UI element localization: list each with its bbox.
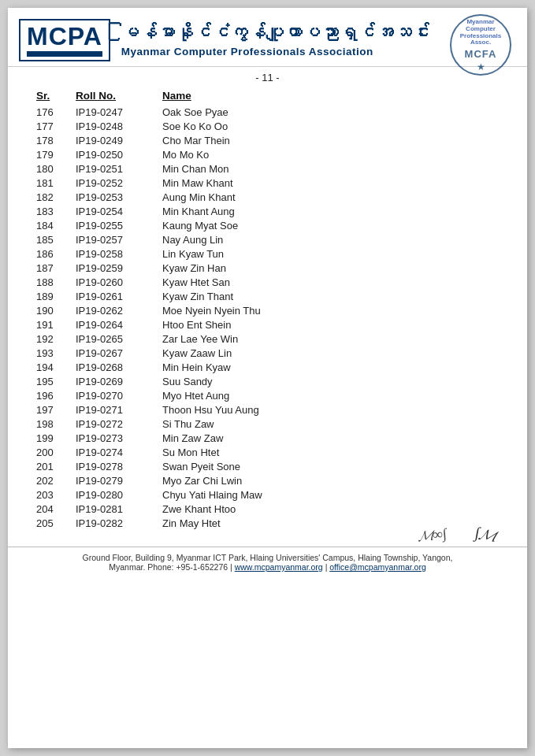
cell-sr: 191 [32, 317, 71, 332]
cell-name: Htoo Ent Shein [158, 317, 503, 332]
table-row: 180IP19-0251Min Chan Mon [32, 161, 503, 176]
stamp-inner: MCFA [465, 48, 497, 60]
cell-name: Min Khant Aung [158, 204, 503, 218]
cell-roll: IP19-0259 [71, 261, 158, 275]
cell-roll: IP19-0268 [71, 360, 158, 374]
cell-sr: 196 [32, 388, 71, 402]
cell-sr: 194 [32, 360, 71, 374]
cell-roll: IP19-0253 [71, 190, 158, 204]
cell-sr: 201 [32, 459, 71, 473]
table-row: 199IP19-0273Min Zaw Zaw [32, 431, 503, 445]
table-row: 193IP19-0267Kyaw Zaaw Lin [32, 346, 503, 360]
stamp-circle: MyanmarComputerProfessionalsAssoc. MCFA … [450, 14, 511, 76]
cell-sr: 204 [32, 502, 71, 516]
cell-roll: IP19-0279 [71, 473, 158, 487]
cell-name: Nay Aung Lin [158, 232, 503, 246]
table-row: 197IP19-0271Thoon Hsu Yuu Aung [32, 402, 503, 417]
cell-roll: IP19-0261 [71, 289, 158, 303]
cell-name: Kaung Myat Soe [158, 218, 503, 232]
cell-sr: 183 [32, 204, 71, 218]
cell-roll: IP19-0264 [71, 317, 158, 332]
table-row: 200IP19-0274Su Mon Htet [32, 445, 503, 459]
table-row: 191IP19-0264Htoo Ent Shein [32, 317, 503, 332]
cell-sr: 178 [32, 133, 71, 147]
cell-name: Si Thu Zaw [158, 417, 503, 431]
footer-link-web[interactable]: www.mcpamyanmar.org [235, 562, 323, 572]
cell-name: Su Mon Htet [158, 445, 503, 459]
signature-2: ∫𝓜 [474, 524, 497, 545]
cell-roll: IP19-0270 [71, 388, 158, 402]
cell-sr: 192 [32, 332, 71, 346]
logo-text: MCPA [27, 24, 102, 49]
cell-name: Min Chan Mon [158, 161, 503, 176]
cell-name: Zar Lae Yee Win [158, 332, 503, 346]
cell-name: Kyaw Zin Thant [158, 289, 503, 303]
cell-name: Soe Ko Ko Oo [158, 119, 503, 133]
table-row: 178IP19-0249Cho Mar Thein [32, 133, 503, 147]
content: Sr. Roll No. Name 176IP19-0247Oak Soe Py… [8, 85, 527, 538]
cell-roll: IP19-0273 [71, 431, 158, 445]
cell-sr: 185 [32, 232, 71, 246]
cell-sr: 203 [32, 487, 71, 502]
cell-sr: 177 [32, 119, 71, 133]
page: MCPA မြန်မာနိုင်ငံကွန်ပျူတာပညာရှင်အသင်း … [8, 8, 527, 748]
logo-blue-bar [27, 51, 102, 57]
cell-sr: 199 [32, 431, 71, 445]
cell-roll: IP19-0254 [71, 204, 158, 218]
table-row: 190IP19-0262Moe Nyein Nyein Thu [32, 303, 503, 317]
cell-sr: 189 [32, 289, 71, 303]
logo-box: MCPA [19, 19, 110, 61]
cell-sr: 180 [32, 161, 71, 176]
table-row: 185IP19-0257Nay Aung Lin [32, 232, 503, 246]
cell-name: Mo Mo Ko [158, 147, 503, 161]
cell-name: Kyaw Zaaw Lin [158, 346, 503, 360]
cell-sr: 186 [32, 246, 71, 261]
cell-sr: 181 [32, 176, 71, 190]
cell-name: Min Hein Kyaw [158, 360, 503, 374]
cell-name: Lin Kyaw Tun [158, 246, 503, 261]
cell-name: Moe Nyein Nyein Thu [158, 303, 503, 317]
cell-roll: IP19-0255 [71, 218, 158, 232]
cell-name: Swan Pyeit Sone [158, 459, 503, 473]
table-header-row: Sr. Roll No. Name [32, 88, 503, 105]
cell-sr: 176 [32, 105, 71, 119]
cell-roll: IP19-0267 [71, 346, 158, 360]
cell-roll: IP19-0280 [71, 487, 158, 502]
cell-name: Cho Mar Thein [158, 133, 503, 147]
cell-sr: 197 [32, 402, 71, 417]
table-row: 203IP19-0280Chyu Yati Hlaing Maw [32, 487, 503, 502]
cell-roll: IP19-0281 [71, 502, 158, 516]
cell-name: Suu Sandy [158, 374, 503, 388]
table-row: 181IP19-0252Min Maw Khant [32, 176, 503, 190]
cell-roll: IP19-0257 [71, 232, 158, 246]
cell-roll: IP19-0252 [71, 176, 158, 190]
stamp-star: ★ [477, 61, 485, 72]
table-row: 204IP19-0281Zwe Khant Htoo [32, 502, 503, 516]
cell-name: Kyaw Zin Han [158, 261, 503, 275]
cell-name: Oak Soe Pyae [158, 105, 503, 119]
cell-roll: IP19-0271 [71, 402, 158, 417]
cell-roll: IP19-0258 [71, 246, 158, 261]
cell-roll: IP19-0248 [71, 119, 158, 133]
cell-name: Zwe Khant Htoo [158, 502, 503, 516]
cell-sr: 179 [32, 147, 71, 161]
table-row: 177IP19-0248Soe Ko Ko Oo [32, 119, 503, 133]
cell-name: Myo Zar Chi Lwin [158, 473, 503, 487]
cell-roll: IP19-0262 [71, 303, 158, 317]
cell-sr: 188 [32, 275, 71, 289]
table-row: 184IP19-0255Kaung Myat Soe [32, 218, 503, 232]
cell-name: Myo Htet Aung [158, 388, 503, 402]
stamp-area: MyanmarComputerProfessionalsAssoc. MCFA … [450, 14, 513, 77]
table-row: 179IP19-0250Mo Mo Ko [32, 147, 503, 161]
table-row: 176IP19-0247Oak Soe Pyae [32, 105, 503, 119]
col-roll: Roll No. [71, 88, 158, 105]
signature-1: 𝓜∞∫ [417, 525, 447, 544]
data-table: Sr. Roll No. Name 176IP19-0247Oak Soe Py… [32, 88, 503, 530]
cell-roll: IP19-0278 [71, 459, 158, 473]
table-row: 188IP19-0260Kyaw Htet San [32, 275, 503, 289]
cell-name: Min Zaw Zaw [158, 431, 503, 445]
cell-sr: 182 [32, 190, 71, 204]
footer-address: Ground Floor, Building 9, Myanmar ICT Pa… [22, 553, 513, 562]
footer-link-email[interactable]: office@mcpamyanmar.org [329, 562, 426, 572]
cell-roll: IP19-0247 [71, 105, 158, 119]
